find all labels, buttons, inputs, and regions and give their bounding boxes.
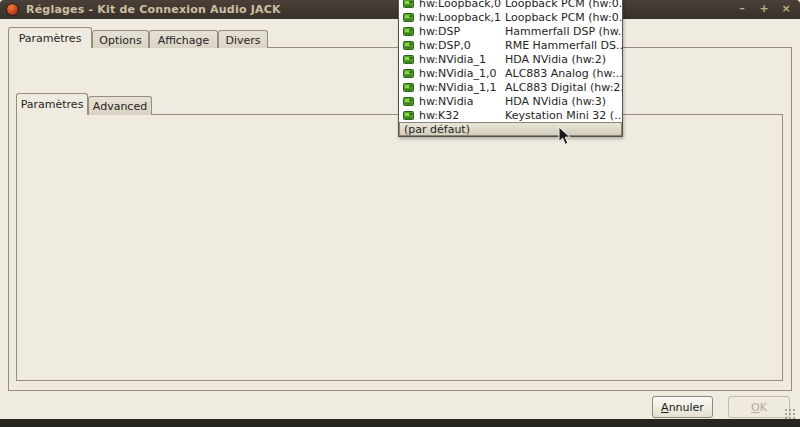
dropdown-list-item[interactable]: hw:NVidia_1,1 ALC883 Digital (hw:2... <box>399 80 622 94</box>
soundcard-icon <box>403 0 414 8</box>
dropdown-desc: Keystation Mini 32 (... <box>505 109 622 122</box>
cancel-button-label: Annuler <box>661 401 704 414</box>
dropdown-list-item[interactable]: hw:NVidia_1,0 ALC883 Analog (hw:... <box>399 66 622 80</box>
screen: { "window": { "title": "Réglages - Kit d… <box>0 0 800 427</box>
ok-button-label: OK <box>751 401 767 414</box>
tab-parametres[interactable]: Paramètres <box>8 27 92 48</box>
soundcard-icon <box>403 27 414 36</box>
dropdown-device: hw:Loopback,0 <box>419 0 505 10</box>
dropdown-desc: ALC883 Analog (hw:... <box>505 67 622 80</box>
dropdown-list-item[interactable]: hw:NVidia HDA NVidia (hw:3) <box>399 94 622 108</box>
soundcard-icon <box>403 55 414 64</box>
dropdown-list-item[interactable]: hw:DSP Hammerfall DSP (hw... <box>399 24 622 38</box>
tab-divers[interactable]: Divers <box>218 30 268 48</box>
window-title: Réglages - Kit de Connexion Audio JACK <box>26 3 281 16</box>
close-button[interactable]: × <box>778 3 794 16</box>
dropdown-desc: Loopback PCM (hw:0... <box>505 11 622 24</box>
soundcard-icon <box>403 83 414 92</box>
dropdown-desc: ALC883 Digital (hw:2... <box>505 81 622 94</box>
tab-affichage[interactable]: Affichage <box>149 30 218 48</box>
dropdown-device: hw:K32 <box>419 109 505 122</box>
ok-button[interactable]: OK <box>728 396 790 418</box>
cancel-button[interactable]: Annuler <box>652 396 713 418</box>
dropdown-list-item[interactable]: hw:NVidia_1 HDA NVidia (hw:2) <box>399 52 622 66</box>
dropdown-device: hw:NVidia <box>419 95 505 108</box>
dropdown-desc: Loopback PCM (hw:0... <box>505 0 622 10</box>
dropdown-device: hw:NVidia_1,0 <box>419 67 505 80</box>
mouse-cursor <box>558 126 572 146</box>
minimize-button[interactable]: – <box>734 3 750 16</box>
dropdown-device: hw:DSP,0 <box>419 39 505 52</box>
dropdown-device: hw:NVidia_1,1 <box>419 81 505 94</box>
parameters-panel <box>16 114 783 381</box>
dropdown-desc: Hammerfall DSP (hw... <box>505 25 622 38</box>
dropdown-list-item[interactable]: hw:DSP,0 RME Hammerfall DS... <box>399 38 622 52</box>
dropdown-list-item[interactable]: hw:K32 Keystation Mini 32 (... <box>399 108 622 122</box>
soundcard-icon <box>403 97 414 106</box>
dropdown-device: hw:Loopback,1 <box>419 11 505 24</box>
maximize-button[interactable]: + <box>756 3 772 16</box>
soundcard-icon <box>403 13 414 22</box>
dropdown-desc: HDA NVidia (hw:3) <box>505 95 622 108</box>
window-bottom-edge <box>0 419 800 427</box>
qjackctl-app-icon <box>6 3 19 16</box>
tab-options[interactable]: Options <box>92 30 149 48</box>
dropdown-list-item[interactable]: hw:Loopback,1 Loopback PCM (hw:0... <box>399 10 622 24</box>
dropdown-list-item[interactable]: hw:Loopback,0 Loopback PCM (hw:0... <box>399 0 622 10</box>
interface-dropdown-list: hw:Loopback,0 Loopback PCM (hw:0... hw:L… <box>399 0 622 122</box>
dropdown-selected-item[interactable]: (par défaut) <box>399 122 622 136</box>
soundcard-icon <box>403 111 414 120</box>
interface-dropdown-popup: hw:Loopback,0 Loopback PCM (hw:0... hw:L… <box>398 0 623 137</box>
dropdown-desc: HDA NVidia (hw:2) <box>505 53 622 66</box>
dropdown-device: hw:NVidia_1 <box>419 53 505 66</box>
soundcard-icon <box>403 41 414 50</box>
tab-inner-advanced[interactable]: Advanced <box>88 96 152 115</box>
dropdown-desc: RME Hammerfall DS... <box>505 39 622 52</box>
soundcard-icon <box>403 69 414 78</box>
dropdown-device: hw:DSP <box>419 25 505 38</box>
tab-inner-parametres[interactable]: Paramètres <box>16 93 88 115</box>
